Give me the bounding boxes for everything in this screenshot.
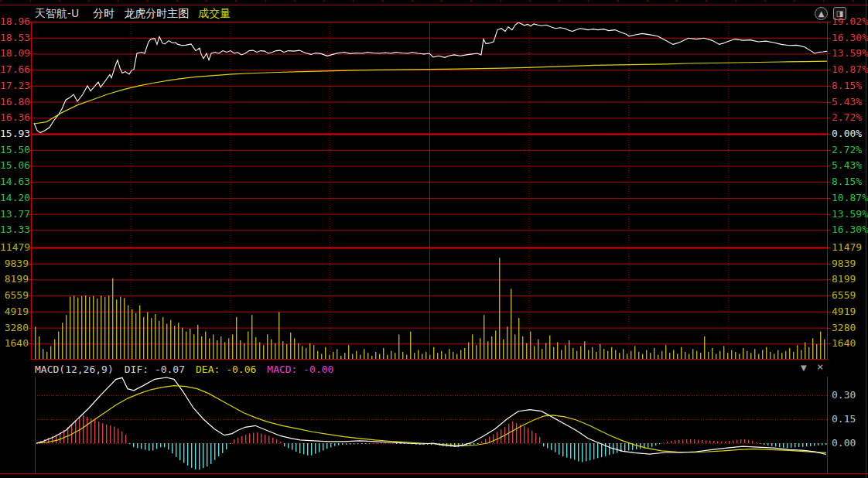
price-axis-label: 15.93 (0, 128, 29, 140)
axis-tick (28, 343, 31, 344)
axis-tick (828, 230, 831, 230)
percent-axis-label: 13.59% (832, 47, 868, 60)
axis-tick (828, 248, 831, 248)
collapse-panel-icon[interactable]: ▼ (801, 364, 807, 372)
stock-symbol[interactable]: 天智航-U (35, 7, 79, 21)
axis-tick (828, 295, 831, 296)
percent-axis-label: 2.72% (832, 144, 862, 156)
percent-axis-label: 8.15% (832, 80, 862, 92)
axis-tick (828, 328, 831, 329)
volume-axis-label: 9839 (0, 258, 29, 270)
price-axis-label: 16.80 (0, 96, 29, 108)
price-axis-label: 18.53 (0, 32, 29, 44)
axis-tick (828, 182, 831, 183)
price-axis-label: 15.06 (0, 159, 29, 172)
axis-tick (28, 22, 31, 22)
percent-axis-label: 10.87% (832, 63, 868, 76)
price-axis-label: 18.96 (0, 15, 29, 28)
volume-axis-label: 6559 (832, 289, 856, 302)
macd-hist-value: MACD: -0.00 (267, 364, 333, 375)
macd-dif-value: DIF: -0.07 (125, 364, 185, 375)
macd-dea-value: DEA: -0.06 (196, 364, 256, 375)
axis-tick (28, 134, 31, 135)
axis-tick (28, 102, 31, 103)
axis-tick (28, 230, 31, 230)
price-axis-label: 16.36 (0, 111, 29, 124)
axis-tick (828, 214, 831, 215)
macd-scale-label: 0.30 (832, 389, 856, 401)
macd-chart[interactable] (35, 377, 828, 474)
axis-tick (28, 264, 31, 265)
percent-axis-label: 2.72% (832, 111, 862, 124)
percent-axis-label: 8.15% (832, 176, 862, 188)
axis-tick (28, 198, 31, 199)
volume-axis-label: 9839 (832, 258, 856, 270)
volume-axis-label: 11479 (0, 241, 29, 254)
price-axis-label: 14.63 (0, 176, 29, 188)
macd-indicator-label[interactable]: MACD(12,26,9) (35, 364, 114, 375)
volume-axis-label: 3280 (0, 322, 29, 334)
bottom-divider (0, 473, 868, 474)
maximize-icon[interactable]: ▲ (815, 7, 828, 20)
axis-tick (28, 279, 31, 280)
percent-axis-label: 0.00% (832, 128, 862, 140)
percent-axis-label: 13.59% (832, 208, 868, 220)
percent-axis-label: 16.30% (832, 224, 868, 236)
price-axis-label: 15.50 (0, 144, 29, 156)
axis-tick (828, 264, 831, 265)
volume-axis-label: 3280 (832, 322, 856, 334)
toolbar-remnant-ticks (0, 0, 868, 2)
price-axis-label: 17.23 (0, 80, 29, 92)
percent-axis-label: 16.30% (832, 32, 868, 44)
axis-tick (28, 248, 31, 248)
price-axis-label: 17.66 (0, 63, 29, 76)
volume-axis-label: 8199 (832, 273, 856, 285)
macd-scale-label: 0.00 (832, 437, 856, 449)
volume-axis-label: 1640 (832, 337, 856, 350)
period-label: 分时 (93, 7, 114, 21)
axis-tick (28, 214, 31, 215)
axis-tick (828, 53, 831, 54)
intraday-chart[interactable] (31, 22, 828, 360)
price-axis-label: 14.20 (0, 192, 29, 204)
close-panel-icon[interactable]: × (817, 360, 823, 373)
axis-tick (28, 150, 31, 151)
price-axis-label: 18.09 (0, 47, 29, 60)
percent-axis-label: 5.43% (832, 96, 862, 108)
axis-tick (28, 295, 31, 296)
axis-tick (828, 22, 831, 22)
axis-tick (828, 86, 831, 87)
window-right-border (866, 0, 866, 478)
axis-tick (28, 182, 31, 183)
axis-tick (28, 53, 31, 54)
axis-tick (28, 118, 31, 118)
axis-tick (828, 150, 831, 151)
axis-tick (28, 70, 31, 70)
axis-tick (828, 198, 831, 199)
volume-axis-label: 4919 (0, 306, 29, 318)
main-chart-label[interactable]: 龙虎分时主图 (124, 7, 189, 21)
price-axis-label: 13.33 (0, 224, 29, 236)
percent-axis-label: 5.43% (832, 159, 862, 172)
volume-axis-label: 6559 (0, 289, 29, 302)
macd-header: MACD(12,26,9) DIF: -0.07 DEA: -0.06 MACD… (35, 362, 808, 376)
volume-axis-label: 1640 (0, 337, 29, 350)
axis-tick (28, 166, 31, 166)
axis-tick (28, 312, 31, 312)
axis-tick (28, 328, 31, 329)
axis-tick (828, 166, 831, 166)
chart-header: 天智航-U 分时 龙虎分时主图 成交量 (31, 6, 805, 22)
axis-tick (828, 279, 831, 280)
volume-axis-label: 8199 (0, 273, 29, 285)
volume-axis-label: 11479 (832, 241, 862, 254)
volume-axis-label: 4919 (832, 306, 856, 318)
percent-axis-label: 19.02% (832, 15, 868, 28)
price-axis-label: 13.77 (0, 208, 29, 220)
axis-tick (28, 86, 31, 87)
axis-tick (828, 70, 831, 70)
axis-tick (828, 118, 831, 118)
axis-tick (828, 102, 831, 103)
axis-tick (28, 38, 31, 39)
axis-tick (828, 38, 831, 39)
overlay-indicator-label[interactable]: 成交量 (198, 7, 231, 21)
